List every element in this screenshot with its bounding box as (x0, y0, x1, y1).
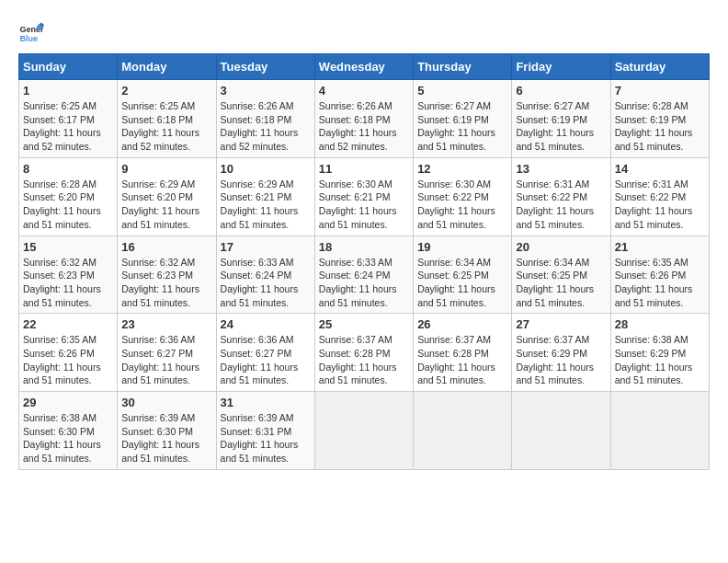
day-info: Sunrise: 6:35 AM Sunset: 6:26 PM Dayligh… (23, 333, 113, 387)
calendar-cell: 16 Sunrise: 6:32 AM Sunset: 6:23 PM Dayl… (118, 236, 216, 314)
day-number: 13 (516, 162, 606, 176)
calendar-table: SundayMondayTuesdayWednesdayThursdayFrid… (18, 53, 710, 470)
day-number: 26 (417, 317, 507, 331)
day-number: 14 (615, 162, 705, 176)
day-info: Sunrise: 6:36 AM Sunset: 6:27 PM Dayligh… (121, 333, 211, 387)
calendar-cell: 17 Sunrise: 6:33 AM Sunset: 6:24 PM Dayl… (216, 236, 314, 314)
calendar-cell (512, 392, 610, 470)
calendar-cell: 26 Sunrise: 6:37 AM Sunset: 6:28 PM Dayl… (414, 314, 512, 392)
calendar-cell: 31 Sunrise: 6:39 AM Sunset: 6:31 PM Dayl… (216, 392, 314, 470)
calendar-cell: 21 Sunrise: 6:35 AM Sunset: 6:26 PM Dayl… (610, 236, 709, 314)
calendar-cell: 13 Sunrise: 6:31 AM Sunset: 6:22 PM Dayl… (512, 157, 610, 236)
calendar-cell: 24 Sunrise: 6:36 AM Sunset: 6:27 PM Dayl… (216, 314, 314, 392)
header-row: SundayMondayTuesdayWednesdayThursdayFrid… (19, 54, 710, 80)
calendar-cell: 15 Sunrise: 6:32 AM Sunset: 6:23 PM Dayl… (19, 236, 118, 314)
week-row-3: 15 Sunrise: 6:32 AM Sunset: 6:23 PM Dayl… (19, 236, 710, 314)
day-number: 20 (516, 240, 606, 254)
day-number: 31 (221, 396, 311, 409)
calendar-cell: 2 Sunrise: 6:25 AM Sunset: 6:18 PM Dayli… (118, 80, 216, 158)
day-number: 15 (23, 240, 113, 254)
week-row-4: 22 Sunrise: 6:35 AM Sunset: 6:26 PM Dayl… (19, 314, 710, 392)
day-number: 1 (23, 84, 113, 98)
calendar-cell: 22 Sunrise: 6:35 AM Sunset: 6:26 PM Dayl… (19, 314, 118, 392)
day-info: Sunrise: 6:36 AM Sunset: 6:27 PM Dayligh… (221, 333, 311, 387)
day-number: 29 (23, 396, 113, 409)
calendar-cell: 14 Sunrise: 6:31 AM Sunset: 6:22 PM Dayl… (610, 157, 709, 236)
day-number: 12 (417, 162, 507, 176)
day-info: Sunrise: 6:37 AM Sunset: 6:29 PM Dayligh… (516, 333, 606, 387)
day-number: 17 (221, 240, 311, 254)
day-info: Sunrise: 6:26 AM Sunset: 6:18 PM Dayligh… (221, 99, 311, 154)
day-info: Sunrise: 6:25 AM Sunset: 6:17 PM Dayligh… (23, 99, 113, 154)
day-info: Sunrise: 6:38 AM Sunset: 6:29 PM Dayligh… (615, 333, 705, 387)
day-info: Sunrise: 6:39 AM Sunset: 6:31 PM Dayligh… (221, 411, 311, 465)
day-number: 23 (121, 317, 211, 331)
calendar-cell: 5 Sunrise: 6:27 AM Sunset: 6:19 PM Dayli… (414, 80, 512, 158)
calendar-cell: 28 Sunrise: 6:38 AM Sunset: 6:29 PM Dayl… (610, 314, 709, 392)
day-info: Sunrise: 6:28 AM Sunset: 6:20 PM Dayligh… (23, 178, 113, 232)
calendar-cell: 25 Sunrise: 6:37 AM Sunset: 6:28 PM Dayl… (314, 314, 413, 392)
day-info: Sunrise: 6:29 AM Sunset: 6:21 PM Dayligh… (221, 178, 311, 232)
day-info: Sunrise: 6:26 AM Sunset: 6:18 PM Dayligh… (319, 99, 409, 154)
calendar-cell: 11 Sunrise: 6:30 AM Sunset: 6:21 PM Dayl… (314, 157, 413, 236)
calendar-cell: 30 Sunrise: 6:39 AM Sunset: 6:30 PM Dayl… (118, 392, 216, 470)
calendar-cell (314, 392, 413, 470)
calendar-cell: 23 Sunrise: 6:36 AM Sunset: 6:27 PM Dayl… (118, 314, 216, 392)
calendar-cell (414, 392, 512, 470)
svg-text:Blue: Blue (19, 34, 38, 43)
day-info: Sunrise: 6:25 AM Sunset: 6:18 PM Dayligh… (121, 99, 211, 154)
day-info: Sunrise: 6:39 AM Sunset: 6:30 PM Dayligh… (121, 411, 211, 465)
day-number: 6 (516, 84, 606, 98)
day-info: Sunrise: 6:31 AM Sunset: 6:22 PM Dayligh… (615, 178, 705, 232)
day-number: 5 (417, 84, 507, 98)
day-info: Sunrise: 6:31 AM Sunset: 6:22 PM Dayligh… (516, 178, 606, 232)
day-info: Sunrise: 6:29 AM Sunset: 6:20 PM Dayligh… (121, 178, 211, 232)
calendar-cell: 7 Sunrise: 6:28 AM Sunset: 6:19 PM Dayli… (610, 80, 709, 158)
logo-icon: General Blue (18, 18, 44, 44)
day-number: 11 (319, 162, 409, 176)
calendar-cell: 18 Sunrise: 6:33 AM Sunset: 6:24 PM Dayl… (314, 236, 413, 314)
day-number: 16 (121, 240, 211, 254)
calendar-cell: 19 Sunrise: 6:34 AM Sunset: 6:25 PM Dayl… (414, 236, 512, 314)
day-number: 9 (121, 162, 211, 176)
day-number: 8 (23, 162, 113, 176)
header-cell-thursday: Thursday (414, 54, 512, 80)
day-number: 21 (615, 240, 705, 254)
day-number: 25 (319, 317, 409, 331)
day-info: Sunrise: 6:30 AM Sunset: 6:22 PM Dayligh… (417, 178, 507, 232)
calendar-cell: 20 Sunrise: 6:34 AM Sunset: 6:25 PM Dayl… (512, 236, 610, 314)
day-number: 24 (221, 317, 311, 331)
day-info: Sunrise: 6:32 AM Sunset: 6:23 PM Dayligh… (121, 256, 211, 310)
week-row-1: 1 Sunrise: 6:25 AM Sunset: 6:17 PM Dayli… (19, 80, 710, 158)
header-cell-monday: Monday (118, 54, 216, 80)
calendar-cell: 6 Sunrise: 6:27 AM Sunset: 6:19 PM Dayli… (512, 80, 610, 158)
day-number: 19 (417, 240, 507, 254)
calendar-cell (610, 392, 709, 470)
day-info: Sunrise: 6:37 AM Sunset: 6:28 PM Dayligh… (319, 333, 409, 387)
day-info: Sunrise: 6:30 AM Sunset: 6:21 PM Dayligh… (319, 178, 409, 232)
logo: General Blue (18, 18, 48, 44)
day-info: Sunrise: 6:27 AM Sunset: 6:19 PM Dayligh… (417, 99, 507, 154)
day-number: 2 (121, 84, 211, 98)
day-info: Sunrise: 6:38 AM Sunset: 6:30 PM Dayligh… (23, 411, 113, 465)
day-info: Sunrise: 6:33 AM Sunset: 6:24 PM Dayligh… (319, 256, 409, 310)
header-cell-friday: Friday (512, 54, 610, 80)
day-info: Sunrise: 6:32 AM Sunset: 6:23 PM Dayligh… (23, 256, 113, 310)
calendar-cell: 4 Sunrise: 6:26 AM Sunset: 6:18 PM Dayli… (314, 80, 413, 158)
day-number: 7 (615, 84, 705, 98)
calendar-cell: 1 Sunrise: 6:25 AM Sunset: 6:17 PM Dayli… (19, 80, 118, 158)
day-number: 10 (221, 162, 311, 176)
day-number: 4 (319, 84, 409, 98)
calendar-cell: 10 Sunrise: 6:29 AM Sunset: 6:21 PM Dayl… (216, 157, 314, 236)
day-info: Sunrise: 6:34 AM Sunset: 6:25 PM Dayligh… (516, 256, 606, 310)
day-info: Sunrise: 6:33 AM Sunset: 6:24 PM Dayligh… (221, 256, 311, 310)
header-cell-saturday: Saturday (610, 54, 709, 80)
header-cell-tuesday: Tuesday (216, 54, 314, 80)
day-info: Sunrise: 6:28 AM Sunset: 6:19 PM Dayligh… (615, 99, 705, 154)
calendar-body: 1 Sunrise: 6:25 AM Sunset: 6:17 PM Dayli… (19, 80, 710, 470)
day-info: Sunrise: 6:27 AM Sunset: 6:19 PM Dayligh… (516, 99, 606, 154)
day-number: 27 (516, 317, 606, 331)
page-header: General Blue (18, 18, 710, 44)
day-info: Sunrise: 6:34 AM Sunset: 6:25 PM Dayligh… (417, 256, 507, 310)
calendar-cell: 3 Sunrise: 6:26 AM Sunset: 6:18 PM Dayli… (216, 80, 314, 158)
